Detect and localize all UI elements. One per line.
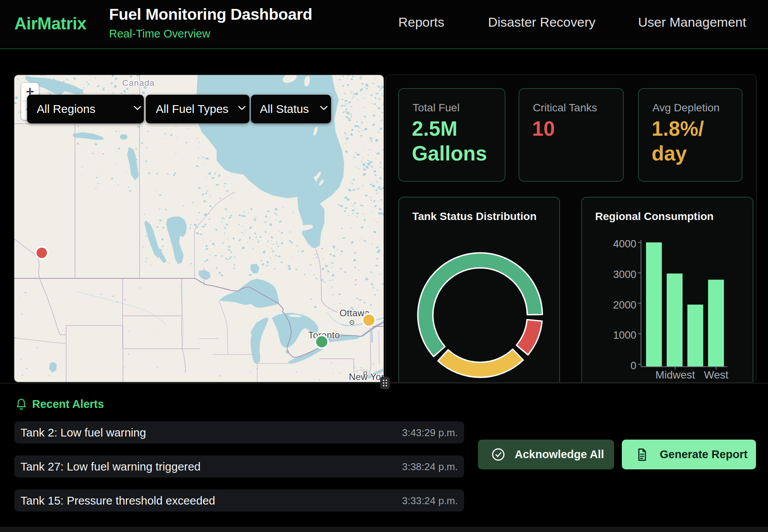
svg-text:2000: 2000 <box>613 299 636 311</box>
svg-text:West: West <box>704 369 728 381</box>
svg-text:Canada: Canada <box>122 78 155 88</box>
svg-text:0: 0 <box>630 360 636 372</box>
svg-text:4000: 4000 <box>613 238 636 250</box>
svg-text:1000: 1000 <box>613 329 636 341</box>
svg-text:Midwest: Midwest <box>655 369 695 381</box>
svg-text:3000: 3000 <box>613 269 636 280</box>
